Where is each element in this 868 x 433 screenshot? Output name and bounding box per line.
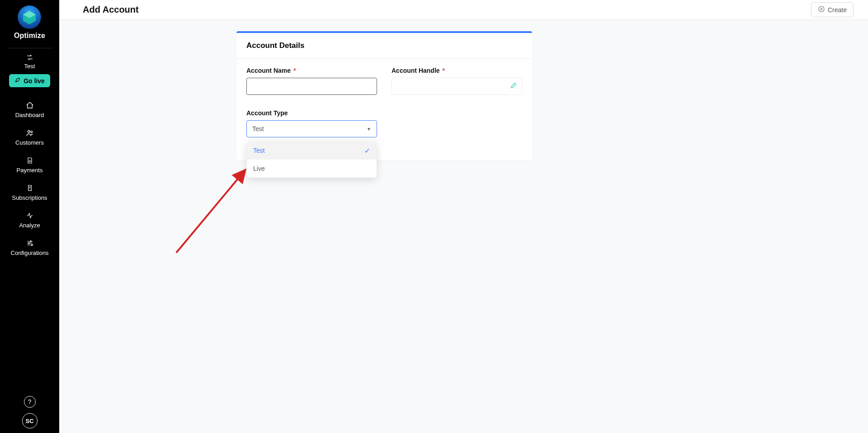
pencil-icon[interactable] <box>510 82 517 91</box>
nav-label: Payments <box>17 167 43 174</box>
users-icon <box>25 128 34 137</box>
page-title: Add Account <box>83 5 139 15</box>
sidebar: Optimize Test Go live Dashboard Customer… <box>0 0 59 433</box>
account-type-value: Test <box>252 125 264 132</box>
brand-block: Optimize <box>14 5 45 44</box>
option-label: Test <box>253 147 265 154</box>
svg-point-3 <box>28 131 30 133</box>
annotation-arrow-icon <box>174 165 251 255</box>
account-type-dropdown: Test ✓ Live <box>247 141 377 178</box>
home-icon <box>25 101 34 110</box>
label-text: Account Name <box>246 67 291 74</box>
account-type-select[interactable]: Test ▼ Test ✓ Live <box>246 120 377 137</box>
create-button[interactable]: Create <box>811 2 854 17</box>
svg-point-5 <box>30 241 31 242</box>
account-handle-input[interactable] <box>392 78 522 95</box>
mode-label: Test <box>24 63 35 70</box>
nav: Dashboard Customers Payments Subscriptio… <box>0 101 59 256</box>
account-details-card: Account Details Account Name * Account H… <box>236 31 532 160</box>
check-icon: ✓ <box>364 146 370 155</box>
account-type-label: Account Type <box>246 109 377 117</box>
help-icon: ? <box>28 398 32 405</box>
required-indicator: * <box>442 67 444 74</box>
brand-name: Optimize <box>14 32 45 40</box>
plus-circle-icon <box>818 5 825 14</box>
create-label: Create <box>828 6 847 14</box>
account-name-label: Account Name * <box>246 67 377 74</box>
swap-icon <box>26 54 34 61</box>
account-type-option-live[interactable]: Live <box>247 160 377 178</box>
document-icon <box>25 156 34 165</box>
svg-point-7 <box>31 245 33 246</box>
nav-item-configurations[interactable]: Configurations <box>0 239 59 256</box>
content-area: Account Details Account Name * Account H… <box>59 20 868 433</box>
nav-item-subscriptions[interactable]: Subscriptions <box>0 184 59 201</box>
sliders-icon <box>25 239 34 248</box>
nav-label: Analyze <box>19 222 40 229</box>
activity-icon <box>25 211 34 220</box>
go-live-button[interactable]: Go live <box>9 74 50 87</box>
required-indicator: * <box>293 67 296 74</box>
avatar-initials: SC <box>25 418 33 424</box>
topbar: Add Account Create <box>59 0 868 20</box>
nav-item-dashboard[interactable]: Dashboard <box>0 101 59 118</box>
divider <box>7 48 52 48</box>
nav-label: Subscriptions <box>12 194 47 201</box>
caret-down-icon: ▼ <box>367 127 371 132</box>
svg-line-9 <box>176 171 244 253</box>
account-name-field: Account Name * <box>246 67 377 95</box>
receipt-icon <box>25 184 34 193</box>
brand-logo-icon <box>18 5 41 29</box>
avatar[interactable]: SC <box>22 413 38 428</box>
nav-item-analyze[interactable]: Analyze <box>0 211 59 229</box>
nav-label: Configurations <box>11 249 49 256</box>
sidebar-bottom: ? SC <box>0 396 59 428</box>
nav-item-customers[interactable]: Customers <box>0 128 59 146</box>
nav-label: Customers <box>15 139 44 146</box>
svg-point-6 <box>28 243 29 244</box>
account-handle-field: Account Handle * <box>392 67 522 95</box>
label-text: Account Handle <box>392 67 440 74</box>
account-handle-label: Account Handle * <box>392 67 522 74</box>
option-label: Live <box>253 165 265 172</box>
card-title: Account Details <box>236 33 532 59</box>
account-type-field: Account Type Test ▼ Test ✓ Live <box>246 109 377 137</box>
svg-point-4 <box>30 131 32 133</box>
help-button[interactable]: ? <box>24 396 36 408</box>
card-body: Account Name * Account Handle * Account … <box>236 59 532 160</box>
account-name-input[interactable] <box>246 78 377 95</box>
go-live-label: Go live <box>24 77 45 85</box>
nav-label: Dashboard <box>15 112 44 118</box>
account-type-option-test[interactable]: Test ✓ <box>247 141 377 160</box>
rocket-icon <box>14 77 21 85</box>
nav-item-payments[interactable]: Payments <box>0 156 59 174</box>
